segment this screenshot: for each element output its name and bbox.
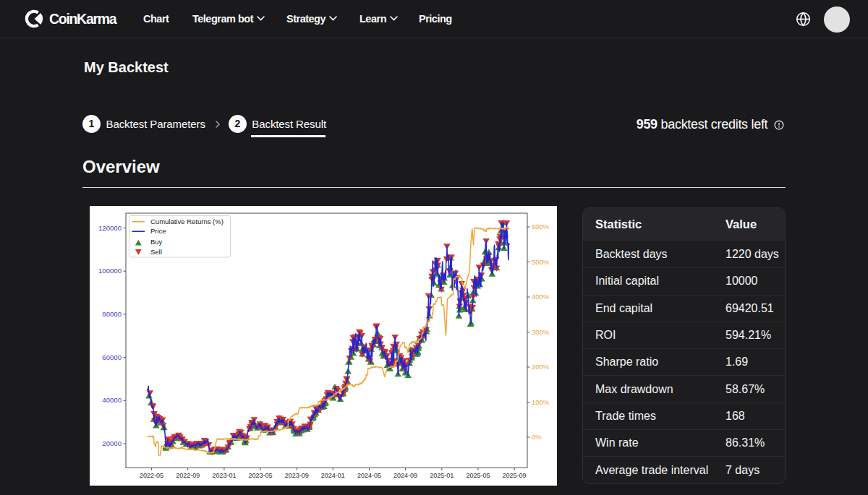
svg-text:2023-01: 2023-01 bbox=[212, 472, 236, 479]
svg-text:2024-05: 2024-05 bbox=[357, 472, 381, 479]
svg-text:2023-09: 2023-09 bbox=[285, 472, 309, 479]
svg-text:2022-09: 2022-09 bbox=[176, 472, 200, 479]
svg-text:2022-05: 2022-05 bbox=[140, 472, 163, 479]
svg-text:0%: 0% bbox=[532, 433, 542, 441]
svg-text:2025-01: 2025-01 bbox=[430, 472, 454, 479]
svg-text:Buy: Buy bbox=[150, 238, 163, 246]
svg-text:20000: 20000 bbox=[102, 439, 122, 447]
svg-text:2023-05: 2023-05 bbox=[248, 472, 272, 479]
svg-text:40000: 40000 bbox=[102, 396, 122, 404]
svg-text:Price: Price bbox=[150, 227, 166, 235]
svg-text:400%: 400% bbox=[532, 293, 549, 301]
svg-text:600%: 600% bbox=[532, 223, 549, 231]
svg-text:2024-01: 2024-01 bbox=[321, 472, 345, 479]
svg-text:60000: 60000 bbox=[102, 353, 122, 361]
svg-text:200%: 200% bbox=[532, 363, 549, 371]
svg-text:300%: 300% bbox=[532, 328, 549, 336]
svg-text:100000: 100000 bbox=[98, 267, 122, 275]
svg-text:120000: 120000 bbox=[98, 224, 122, 232]
svg-text:Sell: Sell bbox=[150, 248, 162, 256]
svg-text:80000: 80000 bbox=[102, 310, 122, 318]
svg-text:2024-09: 2024-09 bbox=[393, 472, 417, 479]
svg-text:2025-09: 2025-09 bbox=[503, 472, 527, 479]
svg-text:100%: 100% bbox=[532, 398, 549, 406]
svg-text:Cumulative Returns (%): Cumulative Returns (%) bbox=[150, 218, 224, 225]
svg-text:2025-05: 2025-05 bbox=[466, 472, 490, 479]
svg-text:500%: 500% bbox=[532, 258, 549, 266]
